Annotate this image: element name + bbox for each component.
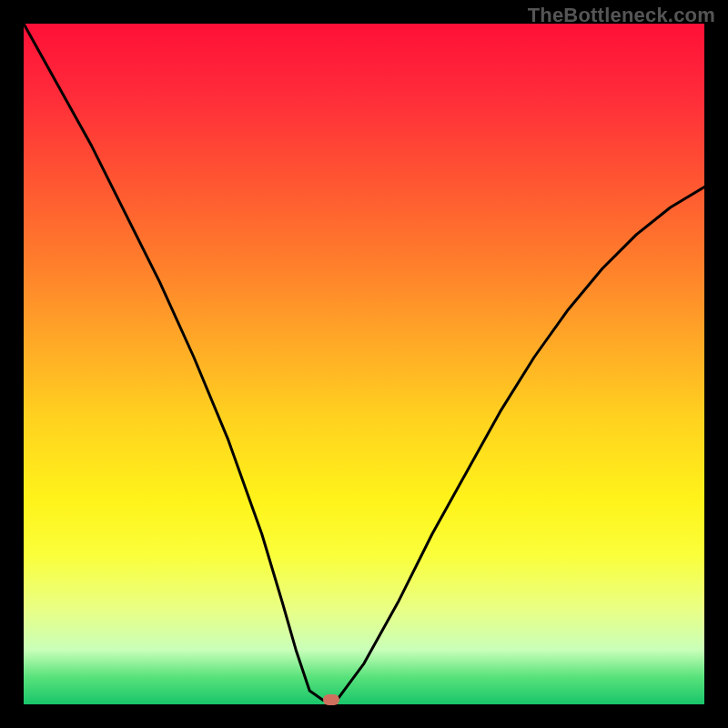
- plot-area: [24, 24, 704, 704]
- optimum-marker: [323, 694, 339, 705]
- bottleneck-curve: [24, 24, 704, 704]
- chart-frame: TheBottleneck.com: [0, 0, 728, 728]
